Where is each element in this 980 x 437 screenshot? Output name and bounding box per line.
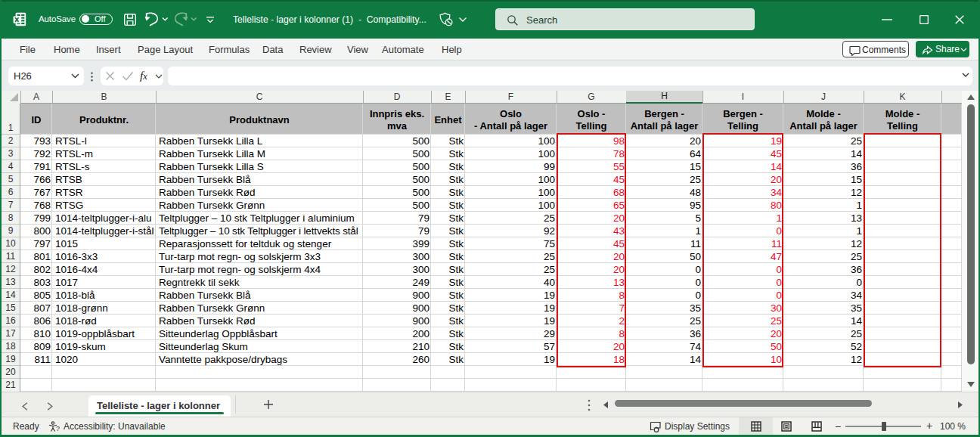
svg-text:?: ?: [56, 425, 60, 432]
